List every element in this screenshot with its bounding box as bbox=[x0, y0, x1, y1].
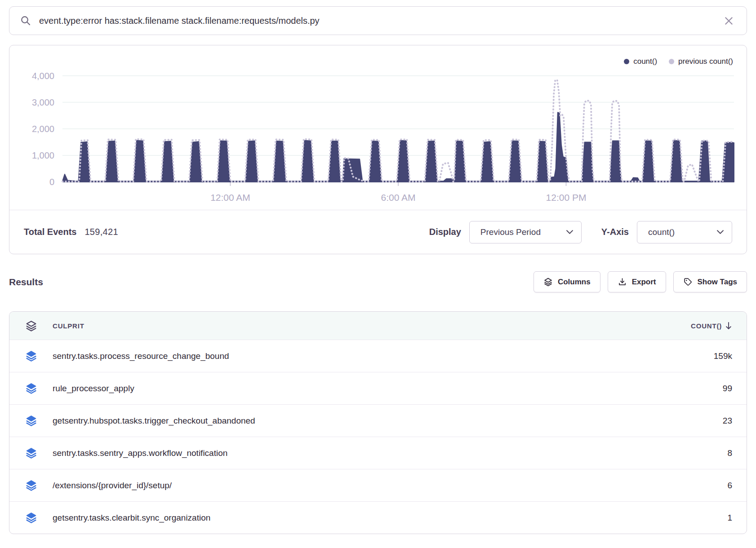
count-cell: 99 bbox=[723, 384, 747, 393]
legend-dot-previous-count bbox=[669, 59, 674, 64]
column-header-count[interactable]: COUNT() bbox=[691, 322, 747, 330]
x-tick-label: 12:00 PM bbox=[546, 192, 587, 203]
total-events-label: Total Events bbox=[24, 227, 76, 237]
legend-dot-count bbox=[624, 59, 629, 64]
columns-icon bbox=[543, 277, 553, 287]
search-input[interactable] bbox=[38, 15, 722, 27]
results-table: CULPRIT COUNT() sentry.tasks.process_res… bbox=[9, 311, 747, 534]
tag-icon bbox=[683, 277, 693, 287]
yaxis-label: Y-Axis bbox=[601, 227, 629, 237]
stack-icon-blue[interactable] bbox=[25, 512, 37, 524]
export-button[interactable]: Export bbox=[608, 271, 666, 292]
results-title: Results bbox=[9, 277, 43, 287]
table-header-row: CULPRIT COUNT() bbox=[9, 312, 747, 340]
stack-icon-blue[interactable] bbox=[25, 447, 37, 459]
events-chart[interactable]: 01,0002,0003,0004,00012:00 AM6:00 AM12:0… bbox=[9, 52, 747, 210]
culprit-cell[interactable]: getsentry.hubspot.tasks.trigger_checkout… bbox=[53, 416, 639, 426]
table-row: sentry.tasks.process_resource_change_bou… bbox=[9, 340, 747, 372]
stack-icon-blue[interactable] bbox=[25, 350, 37, 362]
display-dropdown-value: Previous Period bbox=[480, 227, 541, 237]
y-tick-label: 0 bbox=[49, 177, 54, 187]
table-row: /extensions/{provider_id}/setup/6 bbox=[9, 469, 747, 501]
count-cell: 159k bbox=[714, 351, 747, 361]
culprit-cell[interactable]: rule_processor_apply bbox=[53, 384, 639, 393]
clear-search-button[interactable] bbox=[722, 14, 736, 28]
table-row: getsentry.tasks.clearbit.sync_organizati… bbox=[9, 501, 747, 534]
x-tick-label: 12:00 AM bbox=[210, 192, 250, 203]
display-dropdown[interactable]: Previous Period bbox=[469, 221, 582, 243]
show-tags-button-label: Show Tags bbox=[698, 278, 737, 287]
events-chart-panel: count() previous count() 01,0002,0003,00… bbox=[9, 45, 747, 254]
close-icon bbox=[725, 17, 733, 25]
culprit-cell[interactable]: getsentry.tasks.clearbit.sync_organizati… bbox=[53, 513, 639, 523]
count-cell: 8 bbox=[727, 448, 747, 458]
chevron-down-icon bbox=[566, 230, 573, 234]
yaxis-dropdown[interactable]: count() bbox=[637, 221, 732, 243]
table-body: sentry.tasks.process_resource_change_bou… bbox=[9, 340, 747, 534]
culprit-cell[interactable]: sentry.tasks.process_resource_change_bou… bbox=[53, 351, 639, 361]
column-header-culprit[interactable]: CULPRIT bbox=[53, 322, 639, 330]
columns-button[interactable]: Columns bbox=[534, 271, 600, 292]
y-tick-label: 2,000 bbox=[32, 124, 54, 134]
chart-legend: count() previous count() bbox=[624, 57, 733, 66]
stack-icon-blue[interactable] bbox=[25, 479, 37, 491]
display-label: Display bbox=[429, 227, 461, 237]
export-icon bbox=[618, 277, 627, 287]
count-cell: 23 bbox=[723, 416, 747, 426]
legend-label-previous-count: previous count() bbox=[678, 57, 733, 66]
count-cell: 1 bbox=[727, 513, 747, 523]
stack-icon-blue[interactable] bbox=[25, 382, 37, 394]
stack-icon bbox=[25, 320, 37, 332]
table-row: rule_processor_apply99 bbox=[9, 372, 747, 404]
columns-button-label: Columns bbox=[558, 278, 591, 287]
total-events-value: 159,421 bbox=[84, 227, 118, 237]
column-header-count-label: COUNT() bbox=[691, 322, 722, 330]
results-header-row: Results Columns Export Show Tags bbox=[9, 271, 747, 292]
legend-item-previous-count[interactable]: previous count() bbox=[669, 57, 733, 66]
table-row: sentry.tasks.sentry_apps.workflow_notifi… bbox=[9, 437, 747, 469]
y-tick-label: 4,000 bbox=[32, 71, 54, 81]
export-button-label: Export bbox=[632, 278, 656, 287]
table-row: getsentry.hubspot.tasks.trigger_checkout… bbox=[9, 404, 747, 437]
search-bar[interactable] bbox=[9, 6, 747, 35]
show-tags-button[interactable]: Show Tags bbox=[673, 271, 747, 292]
stack-icon-blue[interactable] bbox=[25, 415, 37, 427]
chart-area[interactable]: 01,0002,0003,0004,00012:00 AM6:00 AM12:0… bbox=[9, 45, 747, 210]
yaxis-dropdown-value: count() bbox=[648, 227, 675, 237]
chevron-down-icon bbox=[717, 230, 724, 234]
culprit-cell[interactable]: sentry.tasks.sentry_apps.workflow_notifi… bbox=[53, 448, 639, 458]
sort-desc-icon bbox=[725, 322, 732, 330]
culprit-cell[interactable]: /extensions/{provider_id}/setup/ bbox=[53, 481, 639, 491]
y-tick-label: 1,000 bbox=[32, 150, 54, 160]
x-tick-label: 6:00 AM bbox=[381, 192, 415, 203]
legend-item-count[interactable]: count() bbox=[624, 57, 657, 66]
chart-footer: Total Events 159,421 Display Previous Pe… bbox=[9, 210, 747, 254]
count-cell: 6 bbox=[727, 481, 747, 491]
y-tick-label: 3,000 bbox=[32, 97, 54, 107]
legend-label-count: count() bbox=[633, 57, 657, 66]
search-icon bbox=[20, 15, 31, 26]
